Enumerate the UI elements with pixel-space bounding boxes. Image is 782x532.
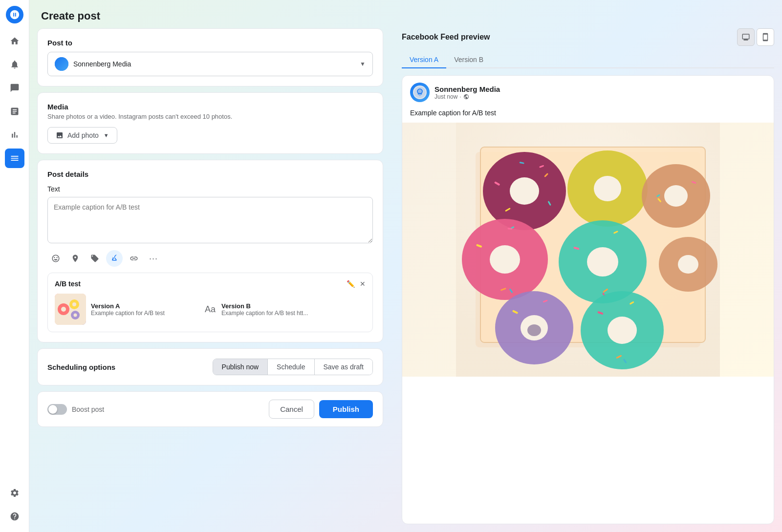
scheduling-card: Scheduling options Publish now Schedule … [37,348,383,385]
scheduling-header: Scheduling options Publish now Schedule … [47,359,373,375]
location-icon[interactable] [67,250,84,267]
left-panel: Post to Sonnenberg Media ▼ Media Share p… [29,28,391,532]
action-buttons: Cancel Publish [269,400,373,419]
scheduling-tabs: Publish now Schedule Save as draft [213,359,373,375]
post-details-card: Post details Text [37,160,383,342]
svg-point-46 [527,324,541,336]
media-label: Media [47,103,373,111]
save-draft-tab[interactable]: Save as draft [314,359,373,375]
svg-point-15 [510,177,539,205]
svg-point-23 [594,176,621,201]
svg-point-43 [678,255,698,274]
sidebar-item-insights[interactable] [5,125,24,145]
dropdown-arrow-icon: ▼ [360,61,366,67]
version-b-label: Version B [221,302,366,310]
content-area: Post to Sonnenberg Media ▼ Media Share p… [29,28,782,532]
emoji-icon[interactable] [47,250,64,267]
bottom-actions-bar: Boost post Cancel Publish [37,391,383,427]
version-tabs: Version A Version B [402,52,774,68]
post-text-area[interactable] [47,197,373,243]
text-field-label: Text [47,185,373,193]
sidebar-item-pages[interactable] [5,102,24,121]
selected-page-name: Sonnenberg Media [73,60,360,68]
media-card: Media Share photos or a video. Instagram… [37,92,383,154]
version-a-caption: Example caption for A/B test [91,310,199,317]
version-a-thumbnail [55,294,86,325]
version-a-block: Version A Example caption for A/B test [55,294,199,325]
preview-page-name: Sonnenberg Media [434,85,766,93]
version-a-tab[interactable]: Version A [402,52,446,68]
photo-icon [56,131,64,139]
ab-close-icon[interactable]: ✕ [360,280,366,288]
scheduling-title: Scheduling options [47,363,115,371]
sidebar-item-settings[interactable] [5,483,24,503]
sidebar-item-home[interactable] [5,31,24,51]
post-details-label: Post details [47,170,373,178]
version-b-tab[interactable]: Version B [446,52,491,68]
preview-time: Just now [434,93,457,100]
add-photo-dropdown-icon: ▼ [104,132,109,138]
sidebar-item-chat[interactable] [5,78,24,98]
link-icon[interactable] [126,250,142,267]
post-to-label: Post to [47,39,373,47]
media-subtitle: Share photos or a video. Instagram posts… [47,113,373,120]
version-b-caption: Example caption for A/B test htt... [221,310,366,317]
more-options-icon[interactable]: ··· [145,250,162,267]
publish-button[interactable]: Publish [319,400,373,418]
device-toggles [737,28,774,46]
schedule-tab[interactable]: Schedule [267,359,314,375]
globe-icon [463,94,469,100]
ab-test-header: A/B test ✏️ ✕ [55,280,366,288]
ab-test-icon[interactable] [106,250,123,267]
text-toolbar: ··· [47,250,373,267]
svg-point-6 [74,314,77,317]
svg-point-30 [490,245,520,274]
right-panel: Facebook Feed preview Version A Version … [394,28,782,532]
sidebar [0,0,29,532]
sidebar-item-help[interactable] [5,507,24,526]
svg-point-37 [587,247,618,277]
page-header: Create post [29,0,782,28]
ab-test-title: A/B test [55,280,81,288]
page-title: Create post [41,10,770,22]
cancel-button[interactable]: Cancel [269,400,314,419]
boost-post-toggle: Boost post [47,404,104,415]
boost-toggle-switch[interactable] [47,404,67,415]
main-content: Create post Post to Sonnenberg Media ▼ [29,0,782,532]
preview-image [402,123,774,377]
sidebar-item-menu[interactable] [5,149,24,168]
tag-icon[interactable] [87,250,103,267]
svg-point-4 [72,302,76,306]
preview-page-info: Sonnenberg Media Just now · [434,85,766,100]
svg-point-50 [608,317,637,344]
preview-caption: Example caption for A/B test [402,106,774,123]
app-logo [6,6,23,23]
post-to-select[interactable]: Sonnenberg Media ▼ [47,52,373,76]
page-avatar [55,57,68,71]
add-photo-label: Add photo [67,131,99,139]
version-b-block: Version B Example caption for A/B test h… [221,302,366,317]
add-photo-button[interactable]: Add photo ▼ [47,127,117,144]
ab-versions: Version A Example caption for A/B test A… [55,294,366,325]
svg-point-2 [61,307,66,312]
ab-test-actions: ✏️ ✕ [347,280,366,288]
ab-separator-icon: Aa [205,304,216,315]
sidebar-item-bell[interactable] [5,55,24,74]
ab-edit-icon[interactable]: ✏️ [347,280,355,288]
mobile-view-button[interactable] [757,28,774,46]
meta-dot: · [459,93,461,100]
boost-label: Boost post [72,405,104,413]
post-to-card: Post to Sonnenberg Media ▼ [37,28,383,86]
desktop-view-button[interactable] [737,28,755,46]
version-a-info: Version A Example caption for A/B test [91,302,199,317]
preview-card: Sonnenberg Media Just now · Example capt… [402,75,774,524]
svg-point-25 [664,185,688,207]
preview-header: Facebook Feed preview [402,28,774,46]
preview-page-avatar [410,83,430,102]
version-a-label: Version A [91,302,199,310]
publish-now-tab[interactable]: Publish now [213,359,268,375]
ab-test-card: A/B test ✏️ ✕ [47,273,373,332]
preview-card-header: Sonnenberg Media Just now · [402,76,774,106]
preview-post-meta: Just now · [434,93,766,100]
preview-title: Facebook Feed preview [402,33,490,42]
